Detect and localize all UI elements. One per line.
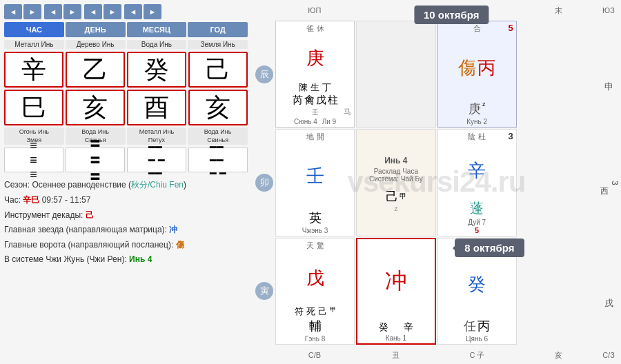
cell-2-3-top: 陰杜 <box>440 132 515 142</box>
tab-month[interactable]: МЕСЯЦ <box>127 22 187 37</box>
trigram-3: ━━━ ━━━ <box>127 148 186 172</box>
right-panel: vsekursi24.ru 10 октября 8 октября ЮП 末 … <box>252 0 621 364</box>
cell-3-1-top: 天驚 <box>277 241 353 251</box>
tab-day[interactable]: ДЕНЬ <box>66 22 126 37</box>
cell-3-2-main: 冲 <box>385 241 407 321</box>
cell-1-1-footer: 壬 <box>312 108 319 117</box>
cell-1-3[interactable]: 5 合 傷 丙 庚z Кунь 2 <box>437 21 517 128</box>
nav-group-2: ◄ ► <box>44 4 81 19</box>
bottom-char-2[interactable]: 亥 <box>66 90 125 125</box>
element-label-4: Земля Инь <box>188 40 248 49</box>
trigram-4: ━━━━━ ━ <box>188 148 248 172</box>
info-center: Инь 4 Расклад Часа Система: Чай Бу <box>366 153 426 185</box>
nav-next-2[interactable]: ► <box>63 4 81 19</box>
cell-1-1-main: 庚 <box>306 34 324 81</box>
trigram-row: ≡≡≡ 〓〓〓 ━━━ ━━━ ━━━━━ ━ <box>4 148 248 172</box>
nav-next-4[interactable]: ► <box>144 4 161 19</box>
top-char-grid: 辛 乙 癸 己 <box>4 52 248 88</box>
bottom-col-1: С/В <box>274 351 355 359</box>
cell-2-1-main: 壬 <box>306 143 324 209</box>
cell-1-2 <box>356 21 435 128</box>
cell-3-1-footer: Гэнь 8 <box>305 335 326 343</box>
badge-1-3: 5 <box>509 23 513 33</box>
cell-2-2: Инь 4 Расклад Часа Система: Чай Бу 己甲 z <box>356 129 435 236</box>
right-label-shen: 申 <box>599 21 618 128</box>
element-label-2: Дерево Инь <box>66 40 126 49</box>
bottom-char-3[interactable]: 酉 <box>127 90 186 125</box>
top-char-2[interactable]: 乙 <box>66 52 125 88</box>
cell-1-1-secondary: 陳生丁 <box>299 81 331 94</box>
nav-prev-1[interactable]: ◄ <box>4 4 22 19</box>
bottom-col-5: С/З <box>599 351 618 359</box>
nav-next-3[interactable]: ► <box>103 4 121 19</box>
cell-2-1[interactable]: 地開 壬 英 Чжэнь 3 <box>275 129 355 236</box>
top-char-3[interactable]: 癸 <box>127 52 186 88</box>
nav-prev-3[interactable]: ◄ <box>84 4 102 19</box>
cell-2-3-main: 辛 <box>468 143 486 199</box>
bottom-char-grid: 巳 亥 酉 亥 <box>4 90 248 125</box>
nav-group-4: ◄ ► <box>124 4 161 19</box>
cell-2-3-number: 5 <box>475 226 479 234</box>
cell-3-3-main: 癸 <box>468 252 486 318</box>
rp-bottom-row: С/В 丑 С 子 亥 С/З <box>252 346 621 364</box>
cell-2-1-bottom: 英 <box>309 210 322 226</box>
cell-3-2-bottom: 癸 辛 <box>379 321 413 334</box>
row-label-mao: 卯 <box>255 174 273 192</box>
cell-1-1-footer2: Сюнь 4 Ли 9 <box>294 118 336 125</box>
tab-hour[interactable]: ЧАС <box>4 22 64 37</box>
cell-3-1[interactable]: 天驚 戊 符死己甲 輔 Гэнь 8 <box>275 238 355 345</box>
ma-label: 马 <box>344 107 351 117</box>
cell-3-2[interactable]: 冲 癸 辛 Кань 1 <box>356 238 435 345</box>
cell-3-1-main: 戊 <box>306 252 324 305</box>
decade-info: Инструмент декады: 己 <box>4 208 248 223</box>
bottom-col-3: С 子 <box>437 350 518 361</box>
top-char-1[interactable]: 辛 <box>4 52 63 88</box>
element-label-3: Вода Инь <box>127 40 187 49</box>
right-label-xi: 3西 <box>599 129 618 236</box>
cell-2-3-footer: Дуй 7 <box>468 219 486 226</box>
cell-1-3-main: 傷 丙 <box>458 34 495 101</box>
row-label-chen: 辰 <box>255 65 273 83</box>
top-char-4[interactable]: 己 <box>188 52 248 88</box>
cell-2-1-top: 地開 <box>277 132 353 142</box>
right-label-xu: 戌 <box>599 238 618 345</box>
nav-prev-2[interactable]: ◄ <box>44 4 62 19</box>
element-labels-top: Металл Инь Дерево Инь Вода Инь Земля Инь <box>4 40 248 49</box>
badge-2-3: 3 <box>509 131 513 141</box>
main-grid: 辰 雀休 庚 陳生丁 芮 禽 戊 柱 壬 Сюнь 4 Ли 9 <box>252 21 621 345</box>
cell-1-3-bottom: 庚z <box>469 101 486 117</box>
system-info: В системе Чжи Жунь (Чжи Рен): Инь 4 <box>4 252 248 267</box>
nav-group-3: ◄ ► <box>84 4 121 19</box>
nav-next-1[interactable]: ► <box>23 4 41 19</box>
cell-1-1-bottom: 芮 禽 戊 柱 <box>293 94 338 107</box>
cell-2-2-chars: 己甲 <box>386 188 406 205</box>
trigram-1: ≡≡≡ <box>4 148 63 172</box>
callout-oct10: 10 октября <box>414 6 489 24</box>
cell-3-1-secondary: 符死己甲 <box>295 305 336 318</box>
bottom-char-4[interactable]: 亥 <box>188 90 248 125</box>
cell-1-3-top: 合 <box>440 23 515 34</box>
element-label-1: Металл Инь <box>4 40 64 49</box>
header-col-4: 末 <box>518 6 599 16</box>
cell-2-3-bottom: 蓬 <box>470 199 484 218</box>
cell-3-1-bottom: 輔 <box>309 318 322 334</box>
cell-3-3-bottom: 任 丙 <box>464 318 490 334</box>
header-col-1: ЮП <box>274 6 355 14</box>
cell-2-3[interactable]: 3 陰杜 辛 蓬 Дуй 7 5 <box>437 129 517 236</box>
callout-oct8: 8 октября <box>455 239 524 257</box>
cell-1-3-footer: Кунь 2 <box>466 118 487 125</box>
star-info: Главная звезда (направляющая матрица): 冲 <box>4 223 248 238</box>
row-label-yin: 寅 <box>255 282 273 300</box>
cell-1-1[interactable]: 雀休 庚 陳生丁 芮 禽 戊 柱 壬 Сюнь 4 Ли 9 马 <box>275 21 355 128</box>
gates-info: Главные ворота (направляющий посланец): … <box>4 238 248 253</box>
info-section: Сезон: Осеннее равноденствие (秋分/Chiu Fe… <box>4 178 248 267</box>
bottom-col-4: 亥 <box>518 350 599 361</box>
trigram-2: 〓〓〓 <box>66 148 125 172</box>
header-col-5: ЮЗ <box>599 6 618 14</box>
nav-group-1: ◄ ► <box>4 4 41 19</box>
cell-3-2-footer: Кань 1 <box>386 334 406 342</box>
nav-prev-4[interactable]: ◄ <box>124 4 142 19</box>
bottom-char-1[interactable]: 巳 <box>4 90 63 125</box>
tab-year[interactable]: ГОД <box>188 22 248 37</box>
season-info: Сезон: Осеннее равноденствие (秋分/Chiu Fe… <box>4 178 248 193</box>
